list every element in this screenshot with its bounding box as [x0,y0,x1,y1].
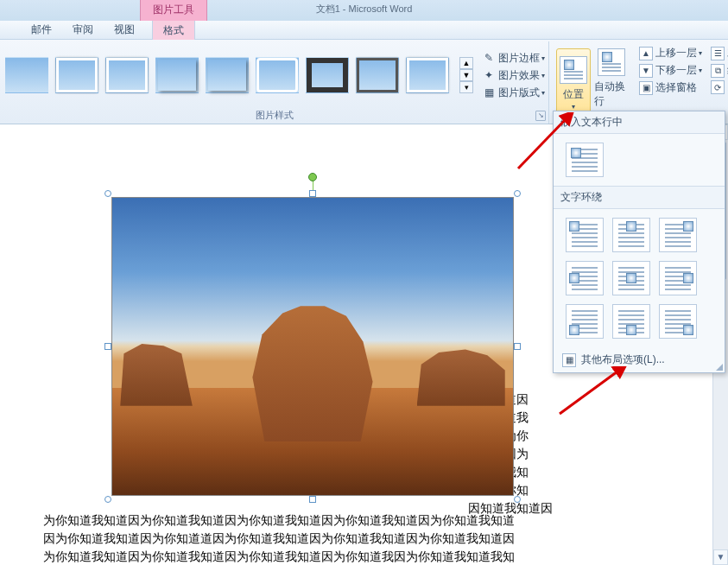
pos-middle-center[interactable] [612,261,650,295]
inserted-picture[interactable] [108,194,517,499]
panel-resize-grip[interactable] [714,362,723,371]
pos-bottom-right[interactable] [659,304,697,339]
send-backward-button[interactable]: ▼ 下移一层▾ [636,62,706,79]
selection-pane-label: 选择窗格 [655,80,697,95]
resize-handle-tl[interactable] [104,190,111,197]
wrap-section-header: 文字环绕 [554,186,725,209]
pos-inline[interactable] [566,143,604,177]
align-button[interactable]: ☰ 对 [707,45,728,61]
style-thumb-2[interactable] [55,57,98,93]
arrange-col: ▲ 上移一层▾ ▼ 下移一层▾ ▣ 选择窗格 [636,45,706,96]
pos-top-right[interactable] [659,218,697,252]
more-layout-options[interactable]: ▦ 其他布局选项(L)... [554,347,725,372]
chevron-down-icon: ▾ [541,54,545,62]
send-backward-icon: ▼ [639,64,653,78]
style-thumb-6[interactable] [256,57,299,93]
resize-handle-t[interactable] [309,190,316,197]
group-button[interactable]: ⧉ 组 [707,62,728,79]
pos-top-center[interactable] [612,218,650,252]
position-icon [560,56,587,84]
resize-handle-r[interactable] [514,343,521,350]
wrap-text-button[interactable]: 自动换行 ▾ [594,48,629,117]
bring-forward-icon: ▲ [639,47,653,60]
chevron-down-icon: ▾ [541,72,545,79]
gallery-down-button[interactable]: ▼ [459,69,473,81]
rotate-icon: ⟳ [711,80,725,94]
bring-forward-label: 上移一层 [655,46,697,60]
pos-bottom-left[interactable] [566,304,604,339]
position-button[interactable]: 位置 ▾ [556,48,591,117]
more-layout-icon: ▦ [562,353,576,367]
arrange-col-2: ☰ 对 ⧉ 组 ⟳ [707,45,728,95]
window-title: 文档1 - Microsoft Word [316,3,413,16]
picture-layout-label: 图片版式 [498,86,540,100]
scroll-down-button[interactable]: ▼ [713,549,728,565]
layout-icon: ▦ [482,86,496,99]
selection-pane-icon: ▣ [639,81,653,95]
resize-handle-bl[interactable] [104,496,111,503]
ribbon-tabs: 邮件 审阅 视图 格式 [0,21,728,40]
align-icon: ☰ [711,47,725,60]
resize-handle-b[interactable] [309,496,316,503]
wrap-text-label: 自动换行 [594,79,629,109]
wrap-text-icon [598,48,625,76]
gallery-more-button[interactable]: ▾ [459,81,473,93]
resize-handle-br[interactable] [514,496,521,503]
resize-handle-l[interactable] [104,343,111,350]
bring-forward-button[interactable]: ▲ 上移一层▾ [636,45,706,61]
dialog-launcher-styles[interactable]: ↘ [535,111,546,121]
contextual-tab-picture-tools: 图片工具 [140,0,207,21]
picture-border-button[interactable]: ✎ 图片边框 ▾ [478,50,548,67]
resize-handle-tr[interactable] [514,190,521,197]
style-thumb-8[interactable] [356,57,399,93]
style-thumb-9[interactable] [406,57,449,93]
picture-style-gallery: ▲ ▼ ▾ [5,57,473,93]
selection-pane-button[interactable]: ▣ 选择窗格 [636,79,706,96]
tab-review[interactable]: 审阅 [62,20,104,40]
picture-effects-label: 图片效果 [498,68,540,83]
inline-section-header: 嵌入文本行中 [554,111,725,134]
style-thumb-3[interactable] [105,57,149,93]
picture-layout-button[interactable]: ▦ 图片版式 ▾ [478,85,548,101]
pos-bottom-center[interactable] [612,304,650,339]
picture-content [111,197,514,496]
body-text-below: 为你知道我知道因为你知道我知道因为你知道我知道因为你知道我知道因为你知道我知道 … [43,511,515,565]
pencil-icon: ✎ [482,51,496,65]
send-backward-label: 下移一层 [655,63,697,78]
style-thumb-1[interactable] [5,57,48,93]
title-bar: 图片工具 文档1 - Microsoft Word [0,0,728,21]
position-dropdown-panel: 嵌入文本行中 文字环绕 ▦ 其他布局选项(L)... [553,111,725,373]
picture-border-label: 图片边框 [498,51,540,66]
pos-top-left[interactable] [566,218,604,252]
position-label: 位置 [563,87,584,102]
gallery-up-button[interactable]: ▲ [459,57,473,69]
effects-icon: ✦ [482,68,496,82]
inline-section-grid [554,134,725,186]
style-thumb-7[interactable] [306,57,349,93]
style-thumb-4[interactable] [155,57,199,93]
tab-mail[interactable]: 邮件 [21,20,62,40]
chevron-down-icon: ▾ [572,103,575,111]
style-thumb-5[interactable] [206,57,249,93]
group-label-styles: 图片样式 [0,109,548,124]
tab-format[interactable]: 格式 [152,20,195,41]
wrap-section-grid [554,209,725,347]
chevron-down-icon: ▾ [541,89,545,97]
gallery-nav: ▲ ▼ ▾ [459,57,473,93]
rotate-button[interactable]: ⟳ [707,79,728,95]
pos-middle-left[interactable] [566,261,604,295]
picture-adjust-col: ✎ 图片边框 ▾ ✦ 图片效果 ▾ ▦ 图片版式 ▾ [478,50,548,101]
group-picture-styles: ▲ ▼ ▾ ✎ 图片边框 ▾ ✦ 图片效果 ▾ ▦ 图片版式 [0,41,549,124]
group-icon: ⧉ [711,64,725,78]
tab-view[interactable]: 视图 [104,20,145,40]
picture-effects-button[interactable]: ✦ 图片效果 ▾ [478,67,548,84]
pos-middle-right[interactable] [659,261,697,295]
more-layout-label: 其他布局选项(L)... [581,352,665,367]
rotation-handle[interactable] [308,173,317,181]
